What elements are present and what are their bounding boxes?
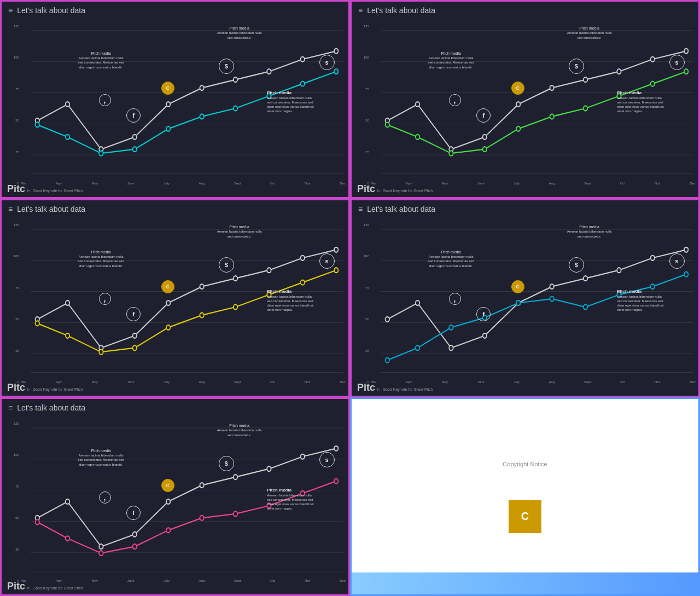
copyright-content: Copyright Notice C — [352, 399, 698, 594]
svg-point-86 — [449, 345, 453, 350]
badge-s-1: s — [319, 55, 335, 70]
annotation-tr-5: Pitch mediaAenean lacinia bibendum nulla… — [217, 424, 262, 437]
slide-1-title: Let's talk about data — [17, 6, 85, 15]
svg-point-91 — [617, 268, 621, 273]
svg-point-47 — [550, 114, 553, 119]
svg-point-16 — [36, 122, 39, 127]
svg-point-69 — [66, 333, 69, 338]
svg-point-77 — [334, 268, 338, 273]
annotation-tr-2: Pitch mediaAenean lacinia bibendum nulla… — [567, 26, 612, 40]
badge-s-3: s — [319, 253, 335, 269]
svg-point-59 — [66, 300, 69, 305]
svg-point-13 — [267, 69, 271, 74]
svg-point-37 — [550, 85, 553, 90]
svg-point-65 — [267, 268, 271, 273]
annotation-tr-1: Pitch mediaAenean lacinia bibendum nulla… — [217, 26, 262, 40]
svg-point-40 — [651, 57, 655, 62]
annotation-tl-2: Pitch mediaAenean lacinia bibendum nulla… — [428, 51, 474, 70]
svg-point-11 — [200, 85, 203, 90]
svg-point-115 — [200, 483, 203, 488]
hamburger-icon-3: ≡ — [8, 205, 13, 213]
svg-point-123 — [133, 544, 137, 549]
y-axis-5: 125 100 75 50 25 0 — [3, 422, 19, 582]
badge-dollar-1: $ — [219, 59, 234, 74]
badge-dollar-3: $ — [219, 257, 234, 273]
svg-point-93 — [684, 247, 688, 252]
svg-point-43 — [416, 135, 419, 140]
slide-1: ≡ Let's talk about data 125 100 75 50 25… — [0, 0, 350, 199]
badge-s-4: s — [669, 253, 685, 269]
svg-point-85 — [416, 300, 419, 305]
svg-point-42 — [386, 122, 389, 127]
svg-point-46 — [516, 126, 520, 131]
slide-2: ≡ Let's talk about data 125 100 75 50 25… — [350, 0, 700, 199]
annotation-br-3: Pitch mediaAenean lacinia bibendum nulla… — [267, 289, 313, 312]
hamburger-icon-1: ≡ — [8, 6, 13, 15]
slide-5-header: ≡ Let's talk about data — [2, 399, 348, 416]
svg-point-21 — [200, 114, 203, 119]
svg-point-18 — [99, 151, 103, 156]
svg-point-66 — [301, 256, 305, 261]
annotation-tl-4: Pitch mediaAenean lacinia bibendum nulla… — [428, 250, 474, 269]
annotation-tl-3: Pitch mediaAenean lacinia bibendum nulla… — [78, 250, 124, 269]
svg-point-15 — [334, 49, 338, 54]
badge-comma-2: , — [449, 94, 461, 106]
copyright-notice: Copyright Notice — [503, 461, 547, 467]
svg-point-98 — [516, 300, 520, 305]
badge-dollar-5: $ — [219, 456, 234, 471]
slide-4-title: Let's talk about data — [367, 205, 435, 213]
svg-point-100 — [584, 304, 587, 309]
badge-c-3: C — [161, 280, 174, 293]
svg-point-114 — [166, 499, 170, 504]
badge-f-2: f — [476, 108, 491, 123]
slide-5: ≡ Let's talk about data 125 100 75 50 25… — [0, 397, 350, 596]
svg-point-116 — [234, 475, 237, 479]
svg-point-87 — [483, 333, 487, 338]
slide-1-header: ≡ Let's talk about data — [2, 2, 348, 19]
svg-point-45 — [483, 147, 487, 152]
slide-5-title: Let's talk about data — [17, 403, 85, 412]
blue-bar — [352, 572, 698, 594]
slide-2-header: ≡ Let's talk about data — [352, 2, 698, 19]
slide-4-header: ≡ Let's talk about data — [352, 200, 698, 218]
y-axis-1: 125 100 75 50 25 0 — [3, 25, 19, 185]
slide-4: ≡ Let's talk about data 125 100 75 50 25… — [350, 199, 700, 397]
svg-point-112 — [99, 544, 103, 549]
svg-point-96 — [449, 325, 453, 330]
slide-3-header: ≡ Let's talk about data — [2, 200, 348, 218]
svg-point-73 — [200, 313, 203, 317]
svg-point-64 — [234, 276, 237, 281]
svg-point-17 — [66, 135, 69, 140]
svg-point-35 — [483, 135, 487, 140]
badge-dollar-2: $ — [569, 59, 584, 74]
svg-point-120 — [36, 519, 39, 524]
svg-point-92 — [651, 256, 655, 261]
svg-point-24 — [301, 82, 305, 86]
slide-2-chart: 125 100 75 50 25 0 — [352, 19, 698, 197]
svg-point-124 — [166, 528, 170, 533]
badge-c-5: C — [161, 479, 174, 492]
svg-point-125 — [200, 516, 203, 520]
svg-point-51 — [684, 69, 688, 74]
y-axis-2: 125 100 75 50 25 0 — [353, 25, 369, 185]
badge-f-4: f — [476, 307, 491, 321]
svg-point-38 — [584, 77, 587, 82]
svg-point-99 — [550, 297, 553, 302]
badge-comma-4: , — [449, 293, 461, 305]
svg-point-122 — [99, 551, 103, 556]
svg-point-102 — [651, 284, 655, 289]
annotation-tl-1: Pitch mediaAenean lacinia bibendum nulla… — [78, 51, 124, 70]
svg-point-10 — [166, 102, 170, 107]
badge-c-2: C — [511, 82, 524, 95]
svg-point-103 — [684, 272, 688, 277]
annotation-br-2: Pitch mediaAenean lacinia bibendum nulla… — [617, 90, 663, 113]
badge-c-4: C — [511, 280, 524, 293]
svg-point-25 — [334, 69, 338, 74]
svg-point-95 — [416, 345, 419, 350]
svg-point-72 — [166, 325, 170, 330]
svg-point-14 — [301, 57, 305, 62]
badge-f-5: f — [126, 506, 141, 520]
svg-point-94 — [386, 358, 389, 363]
svg-point-9 — [133, 135, 137, 140]
slide-5-chart: 125 100 75 50 25 0 — [2, 416, 348, 594]
